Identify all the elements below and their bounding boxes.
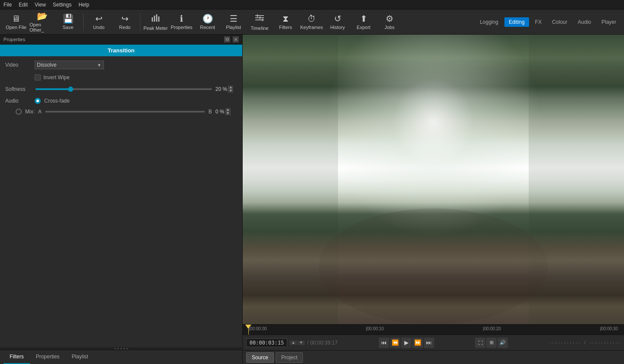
timecode-separator: / 00:00:39:17 [307, 340, 338, 346]
keyframes-icon: ⏱ [307, 14, 316, 23]
transport-bar: 00:00:03:15 ▲ ▼ / 00:00:39:17 ⏮ ⏪ ▶ ⏩ ⏭ … [243, 335, 624, 350]
playlist-icon: ☰ [230, 14, 237, 23]
panel-float-btn[interactable]: ⧉ [224, 36, 230, 42]
toolbar-redo[interactable]: ↪ Redo [112, 10, 137, 34]
save-icon: 💾 [63, 14, 74, 23]
toolbar-filters[interactable]: ⧗ Filters [273, 10, 298, 34]
rewind[interactable]: ⏪ [390, 338, 400, 348]
tab-filters[interactable]: Filters [3, 350, 30, 364]
svg-point-12 [319, 208, 548, 324]
tab-playlist[interactable]: Playlist [65, 350, 94, 364]
ruler-00: |00:00:00 [249, 326, 267, 331]
properties-panel: Properties ⧉ ✕ Transition Video Dissolve [0, 35, 242, 347]
mix-radio[interactable] [16, 109, 22, 115]
menu-settings[interactable]: Settings [53, 2, 72, 8]
toolbar-keyframes-label: Keyframes [300, 25, 323, 30]
toolbar-peak-meter[interactable]: Peak Meter [143, 10, 168, 34]
workspace-player[interactable]: Player [597, 17, 621, 27]
toolbar-history[interactable]: ↺ History [325, 10, 350, 34]
current-timecode[interactable]: 00:00:03:15 [246, 338, 287, 347]
toolbar-history-label: History [330, 25, 345, 30]
toolbar-undo[interactable]: ↩ Undo [86, 10, 111, 34]
toolbar-open-other-label: Open Other_ [29, 22, 55, 32]
source-tab[interactable]: Source [246, 352, 274, 363]
workspace-logging[interactable]: Logging [475, 17, 503, 27]
toolbar-properties[interactable]: ℹ Properties [169, 10, 194, 34]
tab-properties[interactable]: Properties [30, 350, 66, 364]
timecode-spin: ▲ ▼ [290, 341, 305, 345]
undo-icon: ↩ [95, 14, 103, 23]
svg-rect-4 [255, 15, 264, 16]
mix-b-label: B [208, 109, 212, 115]
preview-ruler: |00:00:00 |00:00:10 |00:00:20 |00:00:30 [243, 324, 624, 335]
workspace-colour[interactable]: Colour [548, 17, 572, 27]
mix-label: Mix: [25, 109, 35, 115]
crossfade-radio-inner [36, 100, 39, 102]
toolbar-jobs-label: Jobs [384, 25, 394, 30]
audio-label: Audio [5, 98, 31, 104]
redo-icon: ↪ [121, 14, 129, 23]
toolbar-timeline[interactable]: Timeline [247, 10, 272, 34]
ruler-labels: |00:00:00 |00:00:10 |00:00:20 |00:00:30 [244, 326, 622, 331]
softness-slider[interactable] [36, 88, 212, 90]
skip-to-end[interactable]: ⏭ [424, 338, 434, 348]
video-label: Video [5, 62, 31, 68]
toolbar-open-other[interactable]: 📂 Open Other_ [29, 10, 55, 34]
workspace-audio[interactable]: Audio [573, 17, 595, 27]
toolbar-undo-label: Undo [93, 25, 104, 30]
right-panel: |00:00:00 |00:00:10 |00:00:20 |00:00:30 … [243, 35, 624, 364]
view-crop-btn[interactable]: ⛶ [475, 338, 485, 348]
mix-down[interactable]: ▼ [225, 112, 231, 115]
resize-dots [114, 348, 128, 349]
workspace-fx[interactable]: FX [531, 17, 546, 27]
menu-help[interactable]: Help [78, 2, 89, 8]
menu-edit[interactable]: Edit [19, 2, 28, 8]
toolbar-open-file-label: Open File [6, 25, 26, 30]
toolbar-playlist[interactable]: ☰ Playlist [221, 10, 246, 34]
mix-a-label: A [38, 109, 42, 115]
toolbar-save[interactable]: 💾 Save [55, 10, 81, 34]
workspace-buttons: Logging Editing FX Colour Audio Player [475, 17, 621, 27]
mix-slider[interactable] [45, 111, 205, 113]
view-controls: ⛶ ⊞ 🔊 [475, 338, 508, 348]
menu-bar: File Edit View Settings Help [0, 0, 624, 10]
filters-icon: ⧗ [283, 14, 289, 23]
menu-file[interactable]: File [3, 2, 12, 8]
toolbar-recent[interactable]: 🕐 Recent [195, 10, 220, 34]
video-dropdown-wrapper[interactable]: Dissolve Wipe Slide ▼ [35, 61, 104, 69]
panel-close-btn[interactable]: ✕ [233, 36, 239, 42]
main-layout: Properties ⧉ ✕ Transition Video Dissolve [0, 35, 624, 364]
menu-view[interactable]: View [35, 2, 46, 8]
toolbar-open-file[interactable]: 🖥 Open File [3, 10, 29, 34]
view-grid-btn[interactable]: ⊞ [486, 338, 497, 348]
toolbar-export-label: Export [357, 25, 370, 30]
svg-rect-7 [257, 14, 258, 17]
video-dropdown[interactable]: Dissolve Wipe Slide [35, 61, 104, 69]
toolbar-keyframes[interactable]: ⏱ Keyframes [299, 10, 324, 34]
skip-to-start[interactable]: ⏮ [379, 338, 389, 348]
mix-row: Mix: A B 0 % ▲ ▼ [16, 108, 237, 115]
softness-thumb[interactable] [68, 87, 73, 92]
crossfade-radio[interactable] [35, 98, 41, 104]
toolbar-jobs[interactable]: ⚙ Jobs [377, 10, 402, 34]
toolbar-recent-label: Recent [200, 25, 215, 30]
project-tab[interactable]: Project [276, 352, 303, 363]
toolbar-playlist-label: Playlist [226, 25, 241, 30]
properties-icon: ℹ [180, 14, 183, 23]
ruler-30: |00:00:30 [600, 326, 618, 331]
toolbar-export[interactable]: ⬆ Export [351, 10, 376, 34]
timecode-down[interactable]: ▼ [298, 341, 305, 345]
play[interactable]: ▶ [401, 338, 412, 348]
softness-down[interactable]: ▼ [228, 89, 233, 93]
open-other-icon: 📂 [37, 12, 48, 20]
view-audio-btn[interactable]: 🔊 [497, 338, 508, 348]
softness-row: Softness 20 % ▲ ▼ [5, 86, 237, 93]
jobs-icon: ⚙ [386, 14, 393, 23]
scene-overlay [243, 35, 624, 324]
svg-rect-2 [156, 14, 157, 22]
invert-wipe-checkbox[interactable] [35, 74, 41, 81]
fast-forward[interactable]: ⏩ [413, 338, 423, 348]
workspace-editing[interactable]: Editing [504, 17, 529, 27]
timecode-up[interactable]: ▲ [290, 341, 297, 345]
toolbar-timeline-label: Timeline [250, 26, 268, 31]
